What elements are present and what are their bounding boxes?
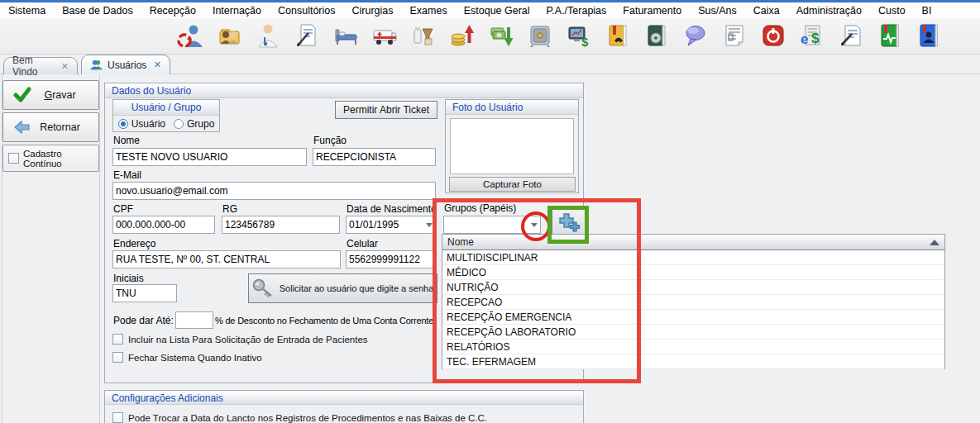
trocar-data-checkbox[interactable] [112, 412, 123, 423]
menu-caixa[interactable]: Caixa [745, 3, 788, 18]
svg-text:e: e [801, 31, 808, 47]
menu-internacao[interactable]: Internação [204, 3, 270, 18]
tab-bem-vindo-label: Bem Vindo [12, 55, 56, 78]
sort-ascending-icon[interactable] [930, 240, 939, 245]
menu-sus-ans[interactable]: Sus/Ans [690, 3, 745, 18]
menu-administracao[interactable]: Administração [788, 3, 870, 18]
e-invoice-icon[interactable]: e$ [799, 22, 825, 49]
usuario-grupo-groupbox: Usuário / Grupo Usuário Grupo [112, 99, 220, 132]
svg-text:$: $ [581, 35, 589, 49]
table-row[interactable]: TEC. EFERMAGEM [442, 354, 944, 369]
billing-monitor-icon[interactable]: $ [566, 22, 592, 49]
trocar-data-label: Pode Trocar a Data do Lancto nos Registr… [128, 413, 487, 423]
fechar-sistema-checkbox[interactable] [112, 352, 123, 363]
permitir-abrir-ticket-label: Permitir Abrir Ticket [343, 104, 429, 116]
chat-icon[interactable] [682, 22, 709, 49]
money-in-icon[interactable] [449, 22, 476, 49]
prescription-icon[interactable] [838, 22, 864, 49]
cadastro-continuo-checkbox[interactable] [8, 153, 19, 164]
table-row[interactable]: RECEPÇÃO LABORATORIO [442, 325, 944, 340]
grupos-papeis-label: Grupos (Papéis) [444, 202, 516, 214]
menu-base-de-dados[interactable]: Base de Dados [54, 3, 141, 18]
manual-book-icon[interactable] [643, 22, 670, 49]
table-row[interactable]: RECEPÇÃO EMERGENCIA [442, 310, 944, 325]
usuario-grupo-title: Usuário / Grupo [113, 100, 219, 116]
phone-book-icon[interactable] [605, 22, 631, 49]
email-input[interactable] [112, 182, 436, 200]
radio-grupo[interactable]: Grupo [174, 118, 214, 130]
menu-pa-terapias[interactable]: P.A./Terapias [538, 3, 615, 18]
contract-icon[interactable] [294, 22, 320, 49]
doctor-icon[interactable] [255, 22, 281, 49]
sync-user-icon[interactable] [177, 22, 203, 49]
celular-input[interactable] [346, 250, 436, 269]
retornar-label: Retornar [31, 121, 88, 133]
radio-usuario[interactable]: Usuário [118, 118, 165, 130]
svg-text:$: $ [811, 31, 820, 46]
grupos-combo[interactable] [443, 216, 541, 234]
pode-dar-ate-label: Pode dar Até: [113, 315, 174, 326]
tab-close-icon[interactable]: ✕ [61, 61, 69, 72]
menu-sistema[interactable]: Sistema [0, 3, 54, 18]
invoice-icon[interactable] [721, 22, 748, 49]
table-row[interactable]: RECEPCAO [442, 295, 944, 310]
menu-faturamento[interactable]: Faturamento [614, 3, 690, 18]
gravar-button[interactable]: Gravar [2, 80, 99, 110]
data-nascimento-label: Data de Nascimento [347, 203, 437, 215]
table-row[interactable]: MÉDICO [442, 265, 944, 280]
incluir-lista-label: Incluir na Lista Para Solicitação de Ent… [128, 335, 368, 345]
nome-input[interactable] [112, 148, 307, 166]
menu-consultorios[interactable]: Consultórios [270, 3, 343, 18]
table-row[interactable]: MULTIDISCIPLINAR [442, 250, 944, 265]
money-out-icon[interactable] [488, 22, 514, 49]
shutdown-icon[interactable] [760, 22, 786, 49]
groups-table-header[interactable]: Nome [442, 235, 944, 250]
tab-usuarios-label: Usuários [108, 59, 146, 71]
data-nascimento-combo[interactable]: 01/01/1995 [346, 216, 436, 234]
cpf-label: CPF [113, 203, 133, 215]
rg-input[interactable] [222, 216, 340, 234]
funcao-input[interactable] [313, 148, 436, 166]
menu-exames[interactable]: Exames [402, 3, 456, 18]
iniciais-input[interactable] [112, 284, 177, 302]
desconto-input[interactable] [175, 311, 213, 329]
tab-bem-vindo[interactable]: Bem Vindo ✕ [3, 57, 78, 74]
safe-icon[interactable] [527, 22, 553, 49]
contacts-book-icon[interactable] [915, 22, 942, 49]
desconto-suffix-label: % de Desconto no Fechamento de Uma Conta… [215, 316, 433, 326]
tab-usuarios[interactable]: Usuários ✕ [81, 55, 170, 74]
chevron-down-icon [426, 223, 433, 227]
health-log-icon[interactable] [877, 22, 903, 49]
menu-recepcao[interactable]: Recepção [141, 3, 204, 18]
groups-header-nome: Nome [447, 236, 474, 248]
table-row[interactable]: RELATÓRIOS [442, 340, 944, 354]
tab-close-icon[interactable]: ✕ [154, 59, 161, 70]
capturar-foto-label: Capturar Foto [483, 179, 542, 189]
table-row[interactable]: NUTRIÇÃO [442, 280, 944, 295]
menu-estoque-geral[interactable]: Estoque Geral [456, 3, 538, 18]
solicitar-senha-button[interactable]: Solicitar ao usuário que digite a senha [248, 273, 437, 303]
endereco-input[interactable] [112, 250, 341, 269]
menu-custo[interactable]: Custo [870, 3, 914, 18]
users-folder-icon[interactable] [216, 22, 242, 49]
solicitar-senha-label: Solicitar ao usuário que digite a senha [280, 283, 434, 293]
foto-usuario-groupbox: Foto do Usuário Capturar Foto [445, 99, 579, 193]
hospital-bed-icon[interactable] [332, 22, 359, 49]
pharmacy-icon[interactable] [410, 22, 437, 49]
capturar-foto-button[interactable]: Capturar Foto [449, 177, 576, 192]
ambulance-icon[interactable] [371, 22, 398, 49]
iniciais-label: Iniciais [113, 273, 144, 284]
cadastro-continuo-panel: Cadastro Contínuo [2, 145, 99, 172]
check-icon [13, 87, 31, 103]
permitir-abrir-ticket-button[interactable]: Permitir Abrir Ticket [335, 101, 437, 119]
menu-bi[interactable]: BI [914, 3, 940, 18]
incluir-lista-checkbox[interactable] [112, 334, 123, 345]
menu-bar: Sistema Base de Dados Recepção Internaçã… [0, 0, 980, 18]
gravar-label: ravar [52, 89, 75, 101]
cpf-input[interactable] [112, 216, 215, 234]
retornar-button[interactable]: Retornar [2, 112, 99, 142]
endereco-label: Endereço [113, 238, 155, 250]
rg-label: RG [222, 203, 237, 215]
gravar-accel: G [44, 89, 52, 101]
menu-cirurgias[interactable]: Cirurgias [344, 3, 402, 18]
